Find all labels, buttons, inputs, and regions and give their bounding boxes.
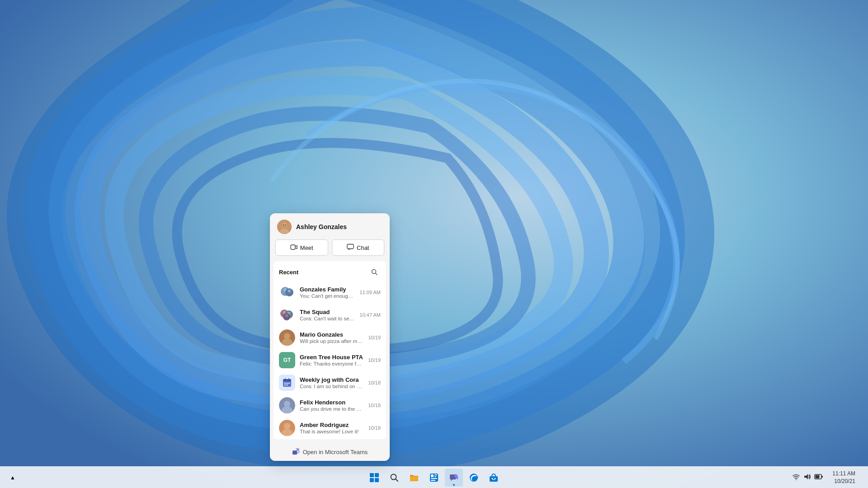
- svg-rect-47: [434, 476, 436, 477]
- desktop: Ashley Gonzales Meet: [0, 0, 868, 488]
- widgets-button[interactable]: [425, 469, 443, 487]
- chat-time: 10/18: [368, 403, 381, 408]
- svg-rect-42: [375, 478, 379, 482]
- chat-preview: Can you drive me to the PTA today?: [300, 406, 363, 412]
- clock-date: 10/20/21: [832, 478, 855, 485]
- chat-button[interactable]: Chat: [332, 239, 385, 256]
- meet-label: Meet: [300, 244, 313, 251]
- chat-avatar: [279, 375, 295, 391]
- chat-name: Green Tree House PTA: [300, 354, 363, 361]
- chat-item[interactable]: Mario Gonzales Will pick up pizza after …: [275, 326, 384, 349]
- chat-label: Chat: [357, 244, 369, 251]
- svg-rect-24: [285, 378, 286, 380]
- edge-button[interactable]: [465, 469, 483, 487]
- chat-time: 10:47 AM: [360, 312, 381, 318]
- chat-preview: Cora: I am so behind on my step goals.: [300, 384, 363, 389]
- chat-icon: [347, 244, 354, 252]
- search-button[interactable]: [368, 266, 381, 278]
- svg-point-38: [297, 449, 298, 451]
- chat-name: Mario Gonzales: [300, 331, 363, 338]
- chat-preview: Cora: Can't wait to see everyone!: [300, 316, 355, 321]
- start-button[interactable]: [365, 469, 383, 487]
- svg-rect-53: [490, 476, 498, 482]
- chat-item[interactable]: Gonzales Family You: Can't get enough of…: [275, 281, 384, 304]
- chat-preview: Will pick up pizza after my practice.: [300, 338, 363, 344]
- chat-name: The Squad: [300, 309, 355, 315]
- svg-rect-25: [288, 378, 289, 380]
- chat-item[interactable]: Felix Henderson Can you drive me to the …: [275, 394, 384, 417]
- user-name-label: Ashley Gonzales: [296, 223, 347, 230]
- svg-rect-26: [284, 383, 286, 384]
- chat-avatar: [279, 397, 295, 413]
- svg-point-20: [284, 333, 290, 339]
- system-tray-overflow[interactable]: ▲: [4, 469, 22, 487]
- chat-info: Mario Gonzales Will pick up pizza after …: [300, 331, 363, 344]
- meet-button[interactable]: Meet: [275, 239, 328, 256]
- meet-icon: [290, 244, 297, 252]
- svg-rect-27: [287, 383, 288, 384]
- svg-point-54: [492, 478, 493, 479]
- user-avatar: [277, 220, 292, 234]
- svg-rect-49: [431, 480, 435, 481]
- battery-icon[interactable]: [814, 474, 823, 481]
- taskbar: ▲: [0, 466, 868, 488]
- svg-point-4: [283, 225, 283, 225]
- chat-time: 10/18: [368, 380, 381, 385]
- chat-info: Amber Rodriguez That is awesome! Love it…: [300, 422, 363, 434]
- chat-item[interactable]: Weekly jog with Cora Cora: I am so behin…: [275, 371, 384, 394]
- taskbar-right: 11:11 AM 10/20/21: [789, 469, 863, 487]
- search-button[interactable]: [385, 469, 403, 487]
- chat-time: 10/19: [368, 335, 381, 340]
- chat-name: Gonzales Family: [300, 286, 355, 293]
- chat-avatar: [279, 329, 295, 346]
- recent-section: Recent: [274, 261, 386, 439]
- wallpaper: [0, 0, 868, 488]
- svg-point-5: [285, 225, 286, 225]
- svg-rect-59: [821, 476, 823, 478]
- svg-point-56: [796, 479, 797, 480]
- chat-preview: That is awesome! Love it!: [300, 429, 363, 434]
- system-clock[interactable]: 11:11 AM 10/20/21: [829, 470, 859, 485]
- recent-header: Recent: [274, 261, 386, 281]
- store-button[interactable]: [485, 469, 503, 487]
- volume-icon[interactable]: [803, 473, 811, 482]
- svg-rect-23: [283, 379, 291, 381]
- svg-rect-28: [288, 383, 290, 384]
- chat-info: The Squad Cora: Can't wait to see everyo…: [300, 309, 355, 321]
- chat-item[interactable]: GT Green Tree House PTA Felix: Thanks ev…: [275, 349, 384, 371]
- chat-list: Gonzales Family You: Can't get enough of…: [274, 281, 386, 439]
- svg-point-51: [454, 474, 457, 477]
- wifi-icon[interactable]: [793, 473, 800, 482]
- teams-chat-button[interactable]: [445, 469, 463, 487]
- chat-time: 10/19: [368, 357, 381, 363]
- show-desktop-button[interactable]: [861, 469, 863, 487]
- svg-rect-58: [816, 475, 820, 479]
- svg-rect-37: [292, 450, 297, 455]
- svg-rect-45: [431, 474, 434, 477]
- chat-info: Weekly jog with Cora Cora: I am so behin…: [300, 376, 363, 389]
- svg-rect-39: [370, 473, 374, 477]
- taskbar-center-icons: [365, 469, 503, 487]
- chat-info: Gonzales Family You: Can't get enough of…: [300, 286, 355, 299]
- chat-avatar: [279, 284, 295, 300]
- svg-point-32: [284, 401, 290, 407]
- open-teams-button[interactable]: Open in Microsoft Teams: [270, 443, 390, 461]
- svg-point-2: [282, 223, 287, 228]
- svg-rect-30: [287, 385, 288, 385]
- chat-time: 10/18: [368, 425, 381, 431]
- file-explorer-button[interactable]: [405, 469, 423, 487]
- svg-rect-6: [291, 245, 295, 249]
- popup-action-buttons: Meet Chat: [270, 239, 390, 261]
- recent-label: Recent: [279, 269, 298, 276]
- svg-rect-29: [284, 385, 286, 385]
- clock-time: 11:11 AM: [832, 470, 855, 478]
- chat-name: Amber Rodriguez: [300, 422, 363, 428]
- svg-point-12: [288, 290, 291, 293]
- chat-item[interactable]: Amber Rodriguez That is awesome! Love it…: [275, 417, 384, 439]
- chat-avatar: GT: [279, 352, 295, 368]
- svg-rect-41: [370, 478, 374, 482]
- chat-avatar: [279, 420, 295, 436]
- chat-info: Green Tree House PTA Felix: Thanks every…: [300, 354, 363, 366]
- svg-rect-48: [431, 478, 437, 479]
- chat-item[interactable]: The Squad Cora: Can't wait to see everyo…: [275, 304, 384, 326]
